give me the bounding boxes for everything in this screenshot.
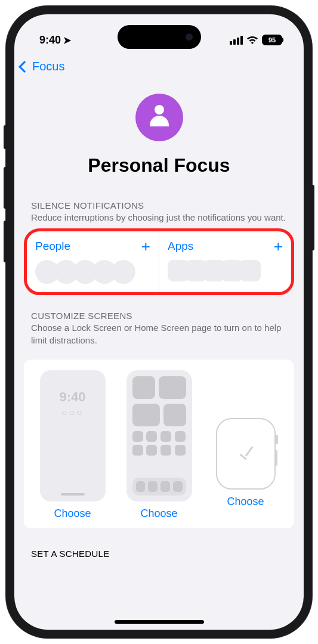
choose-watch-button[interactable]: Choose: [227, 496, 264, 508]
watch-preview: [216, 418, 276, 490]
silence-desc: Reduce interruptions by choosing just th…: [31, 212, 287, 224]
lock-complications: ○○○: [40, 407, 106, 418]
people-placeholders: [35, 260, 150, 284]
apps-label: Apps: [168, 240, 193, 253]
page-header: Personal Focus: [14, 76, 304, 200]
apps-card[interactable]: Apps +: [159, 231, 291, 292]
customize-screens-card: 9:40 ○○○ Choose C: [24, 360, 294, 528]
status-time: 9:40: [39, 34, 61, 47]
lock-screen-option[interactable]: 9:40 ○○○ Choose: [32, 370, 113, 520]
home-screen-option[interactable]: Choose: [119, 370, 199, 520]
schedule-section-title: SET A SCHEDULE: [14, 528, 304, 559]
screens-title: CUSTOMIZE SCREENS: [31, 311, 287, 321]
people-label: People: [35, 240, 70, 253]
add-people-icon[interactable]: +: [141, 239, 150, 254]
chevron-left-icon: [18, 61, 30, 73]
back-button[interactable]: Focus: [20, 60, 64, 73]
volume-down-button: [4, 221, 7, 262]
people-card[interactable]: People +: [27, 231, 159, 292]
screen: 9:40 ➤ 95 Focus: [14, 14, 304, 630]
location-icon: ➤: [63, 35, 71, 46]
phone-frame: 9:40 ➤ 95 Focus: [6, 6, 312, 638]
person-icon: [147, 105, 172, 130]
focus-avatar: [135, 94, 183, 141]
lock-time: 9:40: [40, 389, 106, 405]
battery-level: 95: [268, 36, 276, 44]
dynamic-island: [118, 25, 201, 49]
silence-section-header: SILENCE NOTIFICATIONS Reduce interruptio…: [14, 200, 304, 228]
add-apps-icon[interactable]: +: [274, 239, 283, 254]
side-button: [4, 125, 7, 149]
home-screen-preview: [126, 370, 192, 501]
page-title: Personal Focus: [26, 154, 292, 177]
choose-home-button[interactable]: Choose: [140, 507, 177, 520]
screens-section-header: CUSTOMIZE SCREENS Choose a Lock Screen o…: [14, 295, 304, 351]
lock-home-indicator: [61, 493, 85, 496]
watch-face-icon: [234, 442, 258, 466]
silence-card-highlight: People + Apps +: [24, 228, 294, 295]
volume-up-button: [4, 167, 7, 209]
power-button: [311, 185, 314, 250]
back-label: Focus: [32, 60, 64, 73]
watch-option[interactable]: Choose: [205, 370, 286, 520]
apps-placeholders: [168, 260, 283, 281]
nav-bar: Focus: [14, 51, 304, 76]
silence-title: SILENCE NOTIFICATIONS: [31, 200, 287, 210]
home-indicator[interactable]: [115, 620, 204, 624]
wifi-icon: [246, 36, 258, 45]
lock-screen-preview: 9:40 ○○○: [40, 370, 106, 501]
choose-lock-button[interactable]: Choose: [54, 507, 91, 520]
battery-icon: 95: [262, 35, 282, 45]
screens-desc: Choose a Lock Screen or Home Screen page…: [31, 322, 287, 346]
cellular-signal-icon: [230, 36, 243, 45]
